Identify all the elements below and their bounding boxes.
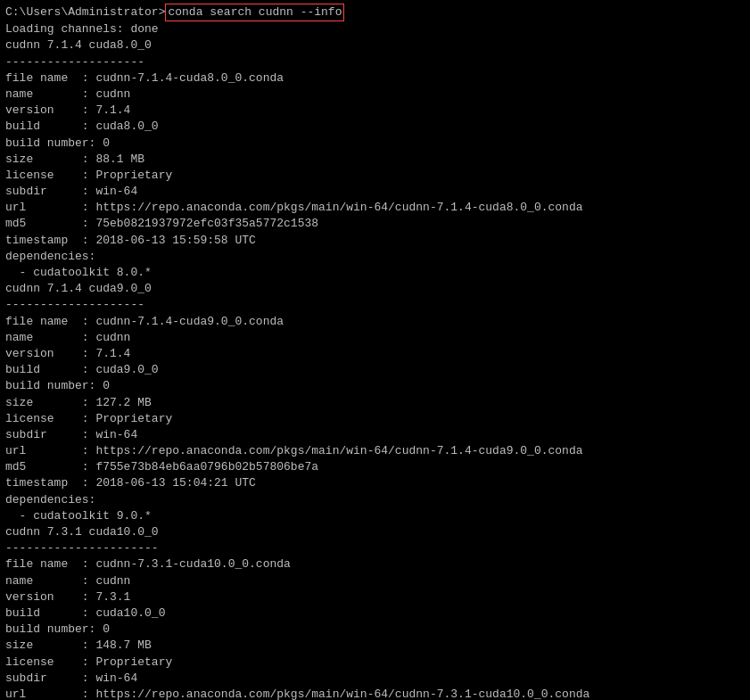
terminal-line: timestamp : 2018-06-13 15:04:21 UTC xyxy=(5,475,745,491)
terminal-line: subdir : win-64 xyxy=(5,427,745,443)
terminal-line: license : Proprietary xyxy=(5,411,745,427)
terminal-line: subdir : win-64 xyxy=(5,184,745,200)
terminal-line: cudnn 7.1.4 cuda9.0_0 xyxy=(5,281,745,297)
terminal-line: build : cuda9.0_0 xyxy=(5,362,745,378)
terminal-line: build number: 0 xyxy=(5,378,745,394)
terminal-line: url : https://repo.anaconda.com/pkgs/mai… xyxy=(5,443,745,459)
terminal-line: file name : cudnn-7.1.4-cuda9.0_0.conda xyxy=(5,314,745,330)
terminal-line: subdir : win-64 xyxy=(5,671,745,687)
terminal-line: name : cudnn xyxy=(5,573,745,589)
terminal-line: version : 7.3.1 xyxy=(5,589,745,605)
terminal-line: Loading channels: done xyxy=(5,21,745,37)
terminal-line: - cudatoolkit 9.0.* xyxy=(5,508,745,524)
terminal-line: build : cuda8.0_0 xyxy=(5,119,745,135)
terminal-line: dependencies: xyxy=(5,249,745,265)
terminal-line: build : cuda10.0_0 xyxy=(5,605,745,622)
terminal-window: C:\Users\Administrator>conda search cudn… xyxy=(0,0,750,700)
prompt-path: C:\Users\Administrator> xyxy=(5,4,165,21)
terminal-line: name : cudnn xyxy=(5,330,745,346)
terminal-line: size : 148.7 MB xyxy=(5,638,745,654)
command-input: conda search cudnn --info xyxy=(165,4,344,21)
terminal-line: build number: 0 xyxy=(5,136,745,152)
terminal-line: url : https://repo.anaconda.com/pkgs/mai… xyxy=(5,200,745,216)
terminal-line: name : cudnn xyxy=(5,86,745,103)
terminal-line: license : Proprietary xyxy=(5,655,745,671)
terminal-line: cudnn 7.1.4 cuda8.0_0 xyxy=(5,37,745,54)
terminal-line: ---------------------- xyxy=(5,540,745,556)
terminal-line: size : 88.1 MB xyxy=(5,152,745,168)
terminal-line: version : 7.1.4 xyxy=(5,346,745,362)
terminal-line: build number: 0 xyxy=(5,622,745,638)
terminal-line: version : 7.1.4 xyxy=(5,103,745,119)
terminal-line: md5 : f755e73b84eb6aa0796b02b57806be7a xyxy=(5,459,745,475)
terminal-line: file name : cudnn-7.1.4-cuda8.0_0.conda xyxy=(5,70,745,86)
terminal-line: file name : cudnn-7.3.1-cuda10.0_0.conda xyxy=(5,556,745,572)
output-lines: Loading channels: donecudnn 7.1.4 cuda8.… xyxy=(5,21,745,700)
terminal-line: size : 127.2 MB xyxy=(5,395,745,411)
terminal-line: timestamp : 2018-06-13 15:59:58 UTC xyxy=(5,233,745,249)
terminal-line: license : Proprietary xyxy=(5,168,745,184)
terminal-line: md5 : 75eb0821937972efc03f35a5772c1538 xyxy=(5,216,745,232)
prompt-line: C:\Users\Administrator>conda search cudn… xyxy=(5,4,745,21)
terminal-line: -------------------- xyxy=(5,54,745,70)
terminal-line: cudnn 7.3.1 cuda10.0_0 xyxy=(5,524,745,540)
terminal-line: - cudatoolkit 8.0.* xyxy=(5,265,745,281)
terminal-line: dependencies: xyxy=(5,492,745,508)
terminal-line: url : https://repo.anaconda.com/pkgs/mai… xyxy=(5,687,745,700)
terminal-line: -------------------- xyxy=(5,297,745,313)
